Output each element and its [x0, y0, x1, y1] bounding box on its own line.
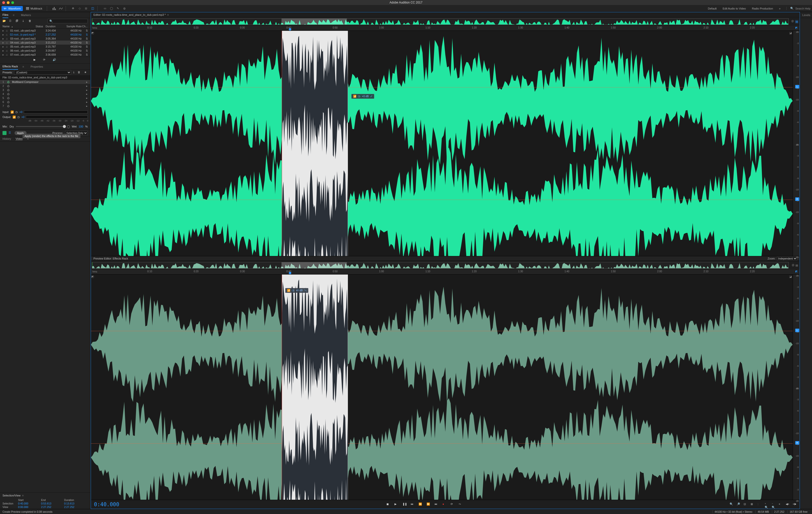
knob-icon[interactable]: ◷ — [292, 289, 294, 292]
record-button[interactable]: ● — [442, 503, 446, 507]
play-icon[interactable]: ▶ — [34, 58, 37, 62]
sv-sel-start[interactable]: 0:40.000 — [18, 502, 38, 505]
workspace-radio-production[interactable]: Radio Production — [752, 7, 773, 10]
fx-slot[interactable]: 6⏻▸ — [0, 100, 90, 104]
zoom-in-time-icon[interactable]: ⁺🔍 — [765, 503, 769, 507]
favorite-icon[interactable]: ★ — [84, 70, 88, 74]
move-tool[interactable]: ✥ — [71, 6, 76, 11]
mix-slider[interactable] — [16, 126, 65, 127]
overview-waveform[interactable] — [92, 18, 789, 25]
files-panel-menu-icon[interactable]: ≡ — [13, 13, 14, 17]
razor-tool[interactable]: ◇ — [78, 6, 82, 11]
file-row[interactable]: ▸♫03-root...ub-yard.mp33:05.36444100 HzS — [0, 36, 90, 40]
play-button[interactable]: ▶ — [395, 503, 399, 507]
time-selection-tool[interactable] — [90, 6, 95, 11]
fx-slot[interactable]: 4⏻▸ — [0, 92, 90, 96]
search-help[interactable]: 🔍 Search Help — [786, 7, 811, 10]
hud-db-value[interactable]: +0 dB — [362, 95, 369, 98]
fx-slot[interactable]: 5⏻▸ — [0, 96, 90, 100]
workspace-default[interactable]: Default — [708, 7, 717, 10]
channels-toggle-icon[interactable]: ⦿ — [791, 20, 794, 24]
time-ruler-preview[interactable]: hms 0:100:200:300:400:501:001:101:201:30… — [91, 269, 800, 275]
tab-properties[interactable]: Properties — [31, 64, 43, 69]
sv-view-dur[interactable]: 2:27.252 — [64, 506, 84, 509]
gain-hud[interactable]: 📶 ◷ +0 dB ⤡ — [285, 288, 308, 293]
fx-panel-menu-icon[interactable]: ≡ — [23, 65, 24, 68]
fx-slot[interactable]: 7⏻▸ — [0, 104, 90, 108]
sv-sel-dur[interactable]: 0:13.813 — [64, 502, 84, 505]
skip-selection-button[interactable]: ⤳ — [459, 503, 463, 507]
save-preset-icon[interactable]: ⤓ — [72, 70, 76, 74]
zoom-out-time-icon[interactable]: ⁻🔍 — [772, 503, 776, 507]
spectral-freq-toggle[interactable] — [52, 6, 57, 11]
expand-icon[interactable]: ⤢ — [370, 95, 372, 98]
file-row[interactable]: ▸♫05-root...ub-yard.mp33:15.78744100 HzS — [0, 45, 90, 49]
window-zoom-button[interactable] — [11, 1, 14, 4]
new-file-icon[interactable]: 🗋 — [9, 19, 13, 23]
pin-icon[interactable]: ◩ — [795, 26, 799, 30]
sv-sel-end[interactable]: 0:53.813 — [41, 502, 61, 505]
marquee-tool[interactable]: ▭ — [103, 6, 107, 11]
fx-slot[interactable]: 3⏻▸ — [0, 88, 90, 92]
preview-waveform-display[interactable]: ◩ ◪ 📶 ◷ +0 dB ⤡ — [91, 275, 793, 500]
autoplay-icon[interactable]: 🔊 — [53, 58, 57, 62]
new-multitrack-icon[interactable]: 🗐 — [16, 19, 20, 23]
fx-slot[interactable]: 1⏻Multiband Compressor▸ — [0, 80, 90, 84]
zoom-reset-icon[interactable]: ⊡ — [744, 503, 748, 507]
overview-waveform-preview[interactable] — [92, 262, 789, 268]
hud-db-value[interactable]: +0 dB — [296, 289, 303, 292]
fx-output-value[interactable]: +0 — [21, 115, 24, 118]
tab-history[interactable]: History — [2, 137, 11, 140]
spectral-pitch-toggle[interactable] — [59, 6, 63, 11]
gain-hud[interactable]: 📶 ◷ +0 dB ⤢ — [351, 94, 374, 99]
fx-rack-power-button[interactable] — [2, 131, 6, 135]
file-row[interactable]: ▸♫02-root...b-yard.mp3 *2:27.25244100 Hz… — [0, 33, 90, 36]
zoom-sel-right-icon[interactable]: ⌖▶ — [793, 503, 797, 507]
workspace-more[interactable]: » — [779, 7, 780, 10]
tab-files[interactable]: Files — [2, 12, 8, 18]
file-row[interactable]: ▸♫01-root...ub-yard.mp33:24.43444100 HzS — [0, 29, 90, 33]
zoom-in-amp-icon[interactable]: 🔍 — [730, 503, 734, 507]
waveform-mode-button[interactable]: Waveform — [1, 6, 23, 11]
zoom-selection-icon[interactable]: ⌖ — [779, 503, 783, 507]
zoom-full-icon[interactable]: ⊞ — [751, 503, 755, 507]
mix-slider-knob[interactable] — [63, 125, 66, 128]
tab-effects-rack[interactable]: Effects Rack — [2, 64, 18, 69]
lasso-tool[interactable]: ◯ — [109, 6, 114, 11]
loop-icon[interactable]: ⟳ — [43, 58, 47, 62]
file-row[interactable]: ▸♫04-root...ub-yard.mp33:21.01244100 HzS — [0, 40, 90, 45]
pin-icon[interactable]: ◩ — [795, 270, 799, 274]
files-search[interactable]: 🔍 — [48, 19, 88, 23]
multitrack-mode-button[interactable]: Multitrack — [24, 6, 44, 11]
rewind-start-button[interactable]: ⏮ — [410, 503, 414, 507]
channels-toggle-icon[interactable]: ⦿ — [792, 264, 794, 267]
sv-view-end[interactable]: 2:27.252 — [41, 506, 61, 509]
main-waveform-display[interactable]: ◩ ◪ 📶 ◷ +0 dB ⤢ — [91, 31, 793, 256]
collapse-icon[interactable]: ⤡ — [304, 289, 307, 292]
spot-heal-tool[interactable]: ◍ — [122, 6, 127, 11]
file-row[interactable]: ▸♫06-root...ub-yard.mp33:29.86744100 HzS — [0, 49, 90, 53]
playhead-handle[interactable] — [289, 272, 291, 274]
amplitude-scale-icon[interactable]: ▤ — [795, 20, 799, 24]
pause-button[interactable]: ❚❚ — [403, 503, 406, 507]
amplitude-scale-icon[interactable]: ▤ — [795, 264, 798, 267]
fx-slot[interactable]: 2⏻▸ — [0, 84, 90, 88]
delete-preset-icon[interactable]: 🗑 — [78, 70, 81, 74]
window-minimize-button[interactable] — [7, 1, 9, 4]
window-close-button[interactable] — [2, 1, 5, 4]
presets-dropdown[interactable]: (Custom) — [14, 70, 71, 75]
playhead-handle[interactable] — [289, 28, 291, 31]
stop-button[interactable]: ◼ — [386, 503, 390, 507]
mix-wet-value[interactable]: 100 — [79, 125, 83, 128]
tab-video[interactable]: Video — [16, 137, 23, 141]
current-time-display[interactable]: 0:40.000 — [94, 502, 119, 508]
panel-menu-icon[interactable]: ≡ — [22, 494, 24, 497]
knob-icon[interactable]: ◷ — [15, 111, 18, 113]
forward-end-button[interactable]: ⏭ — [435, 503, 439, 507]
open-file-icon[interactable]: 📂 — [2, 19, 6, 23]
rewind-button[interactable]: ⏪ — [418, 503, 423, 507]
knob-icon[interactable]: ◷ — [17, 115, 20, 118]
close-file-icon[interactable]: 🗑 — [29, 19, 33, 23]
editor-tab-label[interactable]: Editor: 02-roots_radics-time_and_place_t… — [93, 13, 166, 16]
zoom-dropdown[interactable]: Independent — [777, 257, 797, 260]
